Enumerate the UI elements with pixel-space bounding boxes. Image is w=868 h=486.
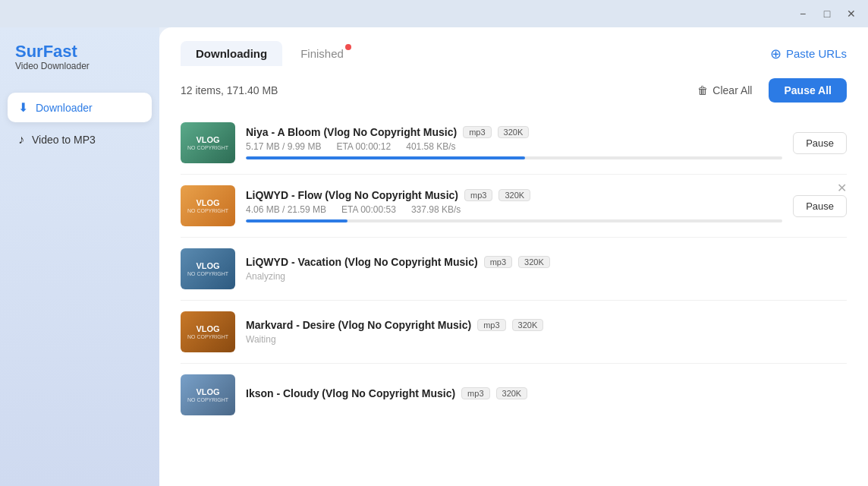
brand-tagline: Video Downloader bbox=[15, 61, 144, 71]
title-bar-controls: − □ ✕ bbox=[795, 6, 859, 21]
download-info: Ikson - Cloudy (Vlog No Copyright Music)… bbox=[246, 387, 847, 402]
format-badge: mp3 bbox=[463, 126, 491, 138]
file-size: 4.06 MB / 21.59 MB bbox=[246, 204, 326, 215]
quality-badge: 320K bbox=[498, 189, 530, 201]
pause-button[interactable]: Pause bbox=[793, 132, 847, 154]
status-text: Analyzing bbox=[246, 271, 847, 282]
quality-badge: 320K bbox=[498, 126, 530, 138]
speed: 401.58 KB/s bbox=[406, 141, 455, 152]
download-title: LiQWYD - Vacation (Vlog No Copyright Mus… bbox=[246, 256, 478, 268]
download-action: Pause bbox=[793, 132, 847, 154]
download-title: LiQWYD - Flow (Vlog No Copyright Music) bbox=[246, 189, 458, 201]
pause-all-button[interactable]: Pause All bbox=[769, 78, 847, 103]
thumbnail: VLOG NO COPYRIGHT bbox=[181, 248, 235, 289]
sidebar-item-video-to-mp3[interactable]: ♪ Video to MP3 bbox=[8, 125, 152, 154]
download-info: Markvard - Desire (Vlog No Copyright Mus… bbox=[246, 319, 847, 345]
thumbnail: VLOG NO COPYRIGHT bbox=[181, 374, 235, 415]
sidebar-item-downloader[interactable]: ⬇ Downloader bbox=[8, 93, 152, 122]
table-row: VLOG NO COPYRIGHT Ikson - Cloudy (Vlog N… bbox=[181, 364, 847, 426]
download-action: Pause bbox=[793, 195, 847, 217]
table-row: VLOG NO COPYRIGHT LiQWYD - Flow (Vlog No… bbox=[181, 175, 847, 238]
progress-bar-fill bbox=[246, 156, 525, 159]
eta: ETA 00:00:12 bbox=[336, 141, 391, 152]
format-badge: mp3 bbox=[461, 387, 489, 399]
thumbnail: VLOG NO COPYRIGHT bbox=[181, 311, 235, 352]
status-text: Waiting bbox=[246, 334, 847, 345]
thumbnail: VLOG NO COPYRIGHT bbox=[181, 122, 235, 163]
format-badge: mp3 bbox=[484, 256, 512, 268]
eta: ETA 00:00:53 bbox=[341, 204, 396, 215]
app-body: SurFast Video Downloader ⬇ Downloader ♪ … bbox=[0, 27, 868, 486]
title-bar: − □ ✕ bbox=[0, 0, 868, 27]
downloader-icon: ⬇ bbox=[18, 100, 28, 115]
plus-icon: ⊕ bbox=[770, 46, 782, 62]
download-title: Niya - A Bloom (Vlog No Copyright Music) bbox=[246, 126, 457, 138]
table-row: VLOG NO COPYRIGHT Markvard - Desire (Vlo… bbox=[181, 301, 847, 364]
paste-urls-button[interactable]: ⊕ Paste URLs bbox=[770, 46, 847, 62]
pause-button[interactable]: Pause bbox=[793, 195, 847, 217]
trash-icon: 🗑 bbox=[697, 84, 708, 96]
download-list: VLOG NO COPYRIGHT Niya - A Bloom (Vlog N… bbox=[159, 112, 868, 486]
download-info: Niya - A Bloom (Vlog No Copyright Music)… bbox=[246, 126, 782, 159]
sidebar-item-label: Video to MP3 bbox=[32, 134, 96, 146]
clear-all-button[interactable]: 🗑 Clear All bbox=[690, 80, 760, 101]
close-button[interactable]: ✕ bbox=[837, 182, 847, 194]
sidebar-item-label: Downloader bbox=[36, 102, 93, 114]
tab-downloading[interactable]: Downloading bbox=[181, 41, 282, 66]
download-info: LiQWYD - Flow (Vlog No Copyright Music) … bbox=[246, 189, 782, 222]
progress-bar-bg bbox=[246, 156, 782, 159]
close-button[interactable]: ✕ bbox=[844, 6, 859, 21]
minimize-button[interactable]: − bbox=[795, 6, 810, 21]
table-row: VLOG NO COPYRIGHT Niya - A Bloom (Vlog N… bbox=[181, 112, 847, 175]
sidebar-nav: ⬇ Downloader ♪ Video to MP3 bbox=[0, 93, 159, 154]
download-title: Markvard - Desire (Vlog No Copyright Mus… bbox=[246, 319, 471, 331]
music-icon: ♪ bbox=[18, 133, 24, 147]
toolbar: 12 items, 171.40 MB 🗑 Clear All Pause Al… bbox=[159, 66, 868, 112]
table-row: VLOG NO COPYRIGHT LiQWYD - Vacation (Vlo… bbox=[181, 238, 847, 301]
finished-badge bbox=[345, 44, 351, 50]
main-content: Downloading Finished ⊕ Paste URLs 12 ite… bbox=[159, 27, 868, 486]
speed: 337.98 KB/s bbox=[411, 204, 461, 215]
maximize-button[interactable]: □ bbox=[819, 6, 835, 21]
brand-name: SurFast bbox=[15, 43, 144, 61]
thumbnail: VLOG NO COPYRIGHT bbox=[181, 185, 235, 226]
quality-badge: 320K bbox=[512, 319, 544, 331]
tab-bar: Downloading Finished bbox=[181, 41, 359, 66]
sidebar-logo: SurFast Video Downloader bbox=[0, 43, 159, 93]
progress-bar-bg bbox=[246, 219, 782, 222]
tab-finished[interactable]: Finished bbox=[285, 41, 359, 66]
main-header: Downloading Finished ⊕ Paste URLs bbox=[159, 27, 868, 66]
file-size: 5.17 MB / 9.99 MB bbox=[246, 141, 321, 152]
format-badge: mp3 bbox=[464, 189, 492, 201]
quality-badge: 320K bbox=[496, 387, 528, 399]
quality-badge: 320K bbox=[518, 256, 550, 268]
format-badge: mp3 bbox=[477, 319, 505, 331]
progress-bar-fill bbox=[246, 219, 348, 222]
download-title: Ikson - Cloudy (Vlog No Copyright Music) bbox=[246, 387, 455, 399]
toolbar-actions: 🗑 Clear All Pause All bbox=[690, 78, 847, 103]
download-info: LiQWYD - Vacation (Vlog No Copyright Mus… bbox=[246, 256, 847, 282]
sidebar: SurFast Video Downloader ⬇ Downloader ♪ … bbox=[0, 27, 159, 486]
items-count: 12 items, 171.40 MB bbox=[181, 84, 278, 96]
